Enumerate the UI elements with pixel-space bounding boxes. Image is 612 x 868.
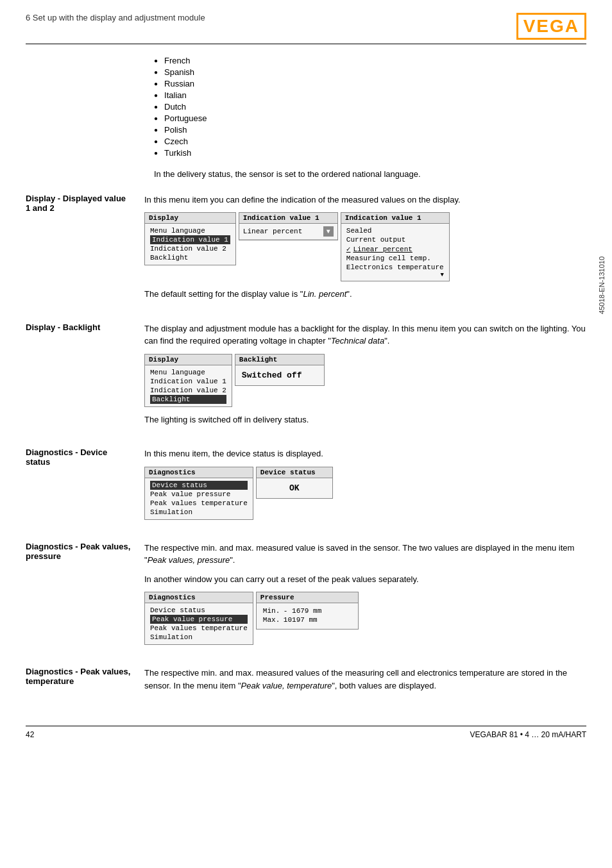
pressure-panel: Pressure Min. - 1679 mm Max. 10197 mm xyxy=(256,592,359,630)
diagnostics-menu-body: Device status Peak value pressure Peak v… xyxy=(145,478,253,519)
dp-peak-pressure: Peak value pressure xyxy=(150,615,248,624)
backlight-display-header: Display xyxy=(145,355,232,365)
backlight-display-panel: Display Menu language Indication value 1… xyxy=(144,354,232,407)
dp-simulation: Simulation xyxy=(150,633,248,642)
section-diagnostics-temperature: Diagnostics - Peak values, temperature T… xyxy=(26,667,586,698)
diagnostics-pressure-menu-header: Diagnostics xyxy=(145,592,253,603)
display-menu-header: Display xyxy=(145,213,235,224)
pressure-min-label: Min. xyxy=(263,607,281,615)
section-label-diagnostics-pressure: Diagnostics - Peak values, pressure xyxy=(26,542,144,652)
dropdown-value: Linear percent xyxy=(243,228,323,235)
footer-product: VEGABAR 81 • 4 … 20 mA/HART xyxy=(470,730,586,739)
pressure-max-label: Max. xyxy=(263,616,281,624)
backlight-description: The display and adjustment module has a … xyxy=(144,322,586,347)
menu-item-indication2: Indication value 2 xyxy=(150,244,230,253)
options-panel-body: Sealed Current output ✓Linear percent Me… xyxy=(341,224,449,281)
diagnostics-device-description: In this menu item, the device status is … xyxy=(144,447,586,460)
footer-page-number: 42 xyxy=(26,730,34,739)
section-label-diagnostics-device: Diagnostics - Device status xyxy=(26,447,144,526)
pressure-body: Min. - 1679 mm Max. 10197 mm xyxy=(257,603,358,629)
section-content-diagnostics-pressure: The respective min. and max. measured va… xyxy=(144,542,586,652)
section-content-display-value: In this menu item you can define the ind… xyxy=(144,194,586,307)
dp-peak-temperature: Peak values temperature xyxy=(150,624,248,633)
menu-item-backlight: Backlight xyxy=(150,253,230,262)
menu-item-language: Menu language xyxy=(150,226,230,235)
language-item: Turkish xyxy=(154,148,586,158)
dropdown-panel: Indication value 1 Linear percent ▼ xyxy=(239,212,338,240)
diagnostics-pressure-panels: Diagnostics Device status Peak value pre… xyxy=(144,592,586,645)
section-backlight: Display - Backlight The display and adju… xyxy=(26,322,586,433)
pressure-min-value: - 1679 mm xyxy=(284,607,321,615)
section-label-diagnostics-temperature: Diagnostics - Peak values, temperature xyxy=(26,667,144,698)
display-value-description: In this menu item you can define the ind… xyxy=(144,194,586,206)
language-list: FrenchSpanishRussianItalianDutchPortugue… xyxy=(154,56,586,158)
options-panel-header: Indication value 1 xyxy=(341,213,449,224)
option-sealed: Sealed xyxy=(346,226,444,235)
indication-value-header: Indication value 1 xyxy=(239,213,337,224)
switched-off-header: Backlight xyxy=(235,355,324,365)
diagnostics-menu-panel: Diagnostics Device status Peak value pre… xyxy=(144,467,253,520)
language-item: Italian xyxy=(154,90,586,100)
backlight-menu-body: Menu language Indication value 1 Indicat… xyxy=(145,365,232,406)
language-item: Spanish xyxy=(154,67,586,77)
pressure-max-value: 10197 mm xyxy=(284,616,318,624)
diagnostics-peak-pressure: Peak value pressure xyxy=(150,490,248,499)
section-content-backlight: The display and adjustment module has a … xyxy=(144,322,586,433)
dp-device-status: Device status xyxy=(150,606,248,615)
option-electronics-temp: Electronics temperature xyxy=(346,263,444,272)
display-value-panels: Display Menu language Indication value 1… xyxy=(144,212,586,281)
diagnostics-pressure-description2: In another window you can carry out a re… xyxy=(144,573,586,586)
vega-logo: VEGA xyxy=(516,13,586,40)
switched-off-body: Switched off xyxy=(235,365,324,385)
switched-off-panel: Backlight Switched off xyxy=(235,354,325,386)
page-header: 6 Set up with the display and adjustment… xyxy=(26,13,586,44)
diagnostics-pressure-menu-body: Device status Peak value pressure Peak v… xyxy=(145,603,253,644)
section-diagnostics-pressure: Diagnostics - Peak values, pressure The … xyxy=(26,542,586,652)
language-item: French xyxy=(154,56,586,65)
options-panel: Indication value 1 Sealed Current output… xyxy=(341,212,450,281)
backlight-footer: The lighting is switched off in delivery… xyxy=(144,413,586,426)
option-current-output: Current output xyxy=(346,235,444,244)
display-value-footer: The default setting for the display valu… xyxy=(144,288,586,301)
language-item: Polish xyxy=(154,125,586,135)
section-diagnostics-device: Diagnostics - Device status In this menu… xyxy=(26,447,586,526)
option-linear-percent: ✓Linear percent xyxy=(346,244,444,254)
diagnostics-peak-temperature: Peak values temperature xyxy=(150,499,248,508)
diagnostics-simulation: Simulation xyxy=(150,508,248,517)
section-display-value: Display - Displayed value 1 and 2 In thi… xyxy=(26,194,586,307)
backlight-panels: Display Menu language Indication value 1… xyxy=(144,354,586,407)
display-menu-panel: Display Menu language Indication value 1… xyxy=(144,212,236,265)
section-label-display-value: Display - Displayed value 1 and 2 xyxy=(26,194,144,307)
diagnostics-temperature-description: The respective min. and max. measured va… xyxy=(144,667,586,692)
backlight-menu-backlight: Backlight xyxy=(150,395,226,404)
language-item: Dutch xyxy=(154,102,586,112)
backlight-menu-language: Menu language xyxy=(150,368,226,377)
intro-text: In the delivery status, the sensor is se… xyxy=(154,168,586,181)
section-label-backlight: Display - Backlight xyxy=(26,322,144,433)
language-item: Portuguese xyxy=(154,113,586,123)
dropdown-row: Linear percent ▼ xyxy=(239,224,337,240)
side-page-number: 45018-EN-131010 xyxy=(598,256,606,314)
backlight-menu-indication2: Indication value 2 xyxy=(150,386,226,395)
diagnostics-device-status: Device status xyxy=(150,481,248,490)
section-content-diagnostics-temperature: The respective min. and max. measured va… xyxy=(144,667,586,698)
language-item: Czech xyxy=(154,137,586,146)
diagnostics-pressure-menu-panel: Diagnostics Device status Peak value pre… xyxy=(144,592,253,645)
section-content-diagnostics-device: In this menu item, the device status is … xyxy=(144,447,586,526)
language-item: Russian xyxy=(154,79,586,88)
backlight-menu-indication1: Indication value 1 xyxy=(150,377,226,386)
diagnostics-menu-header: Diagnostics xyxy=(145,467,253,478)
pressure-header: Pressure xyxy=(257,592,358,603)
option-measuring-cell: Measuring cell temp. xyxy=(346,254,444,263)
device-status-value: OK xyxy=(257,478,332,498)
page-footer: 42 VEGABAR 81 • 4 … 20 mA/HART xyxy=(26,726,586,739)
section-title: 6 Set up with the display and adjustment… xyxy=(26,13,205,22)
diagnostics-pressure-description1: The respective min. and max. measured va… xyxy=(144,542,586,567)
device-status-header: Device status xyxy=(257,467,332,478)
diagnostics-device-panels: Diagnostics Device status Peak value pre… xyxy=(144,467,586,520)
display-menu-body: Menu language Indication value 1 Indicat… xyxy=(145,224,235,265)
device-status-panel: Device status OK xyxy=(256,467,333,499)
dropdown-arrow-icon[interactable]: ▼ xyxy=(323,226,334,237)
pressure-min-row: Min. - 1679 mm xyxy=(263,607,352,615)
pressure-max-row: Max. 10197 mm xyxy=(263,616,352,624)
